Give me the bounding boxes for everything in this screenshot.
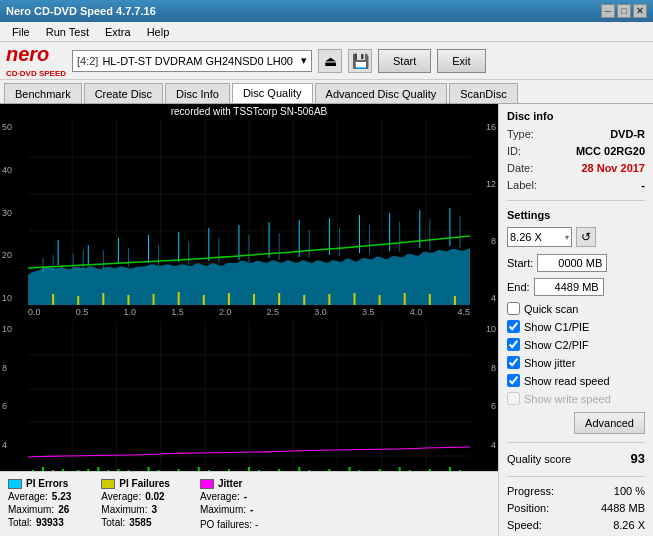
- pi-errors-max-label: Maximum:: [8, 504, 54, 515]
- y-top-10: 10: [2, 293, 26, 303]
- tab-advanced-disc-quality[interactable]: Advanced Disc Quality: [315, 83, 448, 103]
- disc-info-title: Disc info: [507, 110, 645, 122]
- quick-scan-label: Quick scan: [524, 303, 578, 315]
- jitter-title: Jitter: [218, 478, 242, 489]
- x-axis-top: 0.0 0.5 1.0 1.5 2.0 2.5 3.0 3.5 4.0 4.5: [28, 307, 470, 317]
- save-icon[interactable]: 💾: [348, 49, 372, 73]
- y-top-20: 20: [2, 250, 26, 260]
- menu-extra[interactable]: Extra: [97, 24, 139, 40]
- show-c1-pie-checkbox[interactable]: [507, 320, 520, 333]
- label-label: Label:: [507, 179, 537, 191]
- quality-score-label: Quality score: [507, 453, 571, 465]
- position-label: Position:: [507, 502, 549, 514]
- pi-errors-color: [8, 479, 22, 489]
- tab-create-disc[interactable]: Create Disc: [84, 83, 163, 103]
- speed-row: 8.26 X ▾ ↺: [507, 227, 645, 247]
- divider-1: [507, 200, 645, 201]
- x-top-25: 2.5: [267, 307, 280, 317]
- y-top-r-16: 16: [472, 122, 496, 132]
- start-mb-label: Start:: [507, 257, 533, 269]
- toolbar: nero CD·DVD SPEED [4:2] HL-DT-ST DVDRAM …: [0, 42, 653, 80]
- tab-scan-disc[interactable]: ScanDisc: [449, 83, 517, 103]
- label-row: Label: -: [507, 179, 645, 191]
- speed-stat-row: Speed: 8.26 X: [507, 519, 645, 531]
- x-top-35: 3.5: [362, 307, 375, 317]
- y-top-30: 30: [2, 208, 26, 218]
- x-top-30: 3.0: [314, 307, 327, 317]
- quick-scan-checkbox[interactable]: [507, 302, 520, 315]
- exit-button[interactable]: Exit: [437, 49, 485, 73]
- menu-file[interactable]: File: [4, 24, 38, 40]
- minimize-button[interactable]: ─: [601, 4, 615, 18]
- end-mb-input[interactable]: [534, 278, 604, 296]
- title-bar: Nero CD-DVD Speed 4.7.7.16 ─ □ ✕: [0, 0, 653, 22]
- show-jitter-checkbox[interactable]: [507, 356, 520, 369]
- main-content: recorded with TSSTcorp SN-506AB 50 40 30…: [0, 104, 653, 536]
- eject-icon[interactable]: ⏏: [318, 49, 342, 73]
- pi-failures-max-label: Maximum:: [101, 504, 147, 515]
- start-mb-input[interactable]: [537, 254, 607, 272]
- pi-failures-avg-label: Average:: [101, 491, 141, 502]
- pi-failures-total-label: Total:: [101, 517, 125, 528]
- tab-benchmark[interactable]: Benchmark: [4, 83, 82, 103]
- y-axis-bottom-left: 10 8 6 4 2: [0, 322, 28, 490]
- y-bot-r-10: 10: [472, 324, 496, 334]
- end-mb-label: End:: [507, 281, 530, 293]
- y-top-r-12: 12: [472, 179, 496, 189]
- pi-errors-avg-label: Average:: [8, 491, 48, 502]
- id-row: ID: MCC 02RG20: [507, 145, 645, 157]
- y-axis-top-left: 50 40 30 20 10: [0, 120, 28, 305]
- tab-disc-info[interactable]: Disc Info: [165, 83, 230, 103]
- menu-help[interactable]: Help: [139, 24, 178, 40]
- x-top-10: 1.0: [123, 307, 136, 317]
- po-failures-value: -: [255, 519, 258, 530]
- show-jitter-label: Show jitter: [524, 357, 575, 369]
- date-label: Date:: [507, 162, 533, 174]
- chart-container: recorded with TSSTcorp SN-506AB 50 40 30…: [0, 104, 498, 536]
- y-bot-r-4: 4: [472, 440, 496, 450]
- id-label: ID:: [507, 145, 521, 157]
- drive-selector[interactable]: [4:2] HL-DT-ST DVDRAM GH24NSD0 LH00 ▾: [72, 50, 312, 72]
- pi-errors-legend: PI Errors Average: 5.23 Maximum: 26 Tota…: [8, 478, 71, 528]
- menu-bar: File Run Test Extra Help: [0, 22, 653, 42]
- title-text: Nero CD-DVD Speed 4.7.7.16: [6, 5, 156, 17]
- show-read-speed-checkbox[interactable]: [507, 374, 520, 387]
- x-top-20: 2.0: [219, 307, 232, 317]
- position-row: Position: 4488 MB: [507, 502, 645, 514]
- speed-dropdown-arrow: ▾: [565, 233, 569, 242]
- start-button[interactable]: Start: [378, 49, 431, 73]
- close-button[interactable]: ✕: [633, 4, 647, 18]
- show-c2-pif-row: Show C2/PIF: [507, 338, 645, 351]
- progress-row: Progress: 100 %: [507, 485, 645, 497]
- refresh-button[interactable]: ↺: [576, 227, 596, 247]
- show-write-speed-checkbox[interactable]: [507, 392, 520, 405]
- jitter-max-value: -: [250, 504, 253, 515]
- maximize-button[interactable]: □: [617, 4, 631, 18]
- y-axis-top-right: 16 12 8 4: [470, 120, 498, 305]
- y-axis-bottom-right: 10 8 6 4 2: [470, 322, 498, 490]
- type-label: Type:: [507, 128, 534, 140]
- show-write-speed-label: Show write speed: [524, 393, 611, 405]
- top-chart-svg: [28, 120, 470, 305]
- pi-errors-avg-value: 5.23: [52, 491, 71, 502]
- menu-run-test[interactable]: Run Test: [38, 24, 97, 40]
- settings-title: Settings: [507, 209, 645, 221]
- pi-failures-legend: PI Failures Average: 0.02 Maximum: 3 Tot…: [101, 478, 170, 528]
- po-failures-label: PO failures:: [200, 519, 252, 530]
- x-top-15: 1.5: [171, 307, 184, 317]
- show-c2-pif-checkbox[interactable]: [507, 338, 520, 351]
- tab-disc-quality[interactable]: Disc Quality: [232, 83, 313, 103]
- title-bar-buttons: ─ □ ✕: [601, 4, 647, 18]
- divider-2: [507, 442, 645, 443]
- pi-failures-title: PI Failures: [119, 478, 170, 489]
- jitter-legend: Jitter Average: - Maximum: - PO failures…: [200, 478, 258, 530]
- y-bot-4: 4: [2, 440, 26, 450]
- show-c1-pie-row: Show C1/PIE: [507, 320, 645, 333]
- speed-selector[interactable]: 8.26 X ▾: [507, 227, 572, 247]
- quality-score-value: 93: [631, 451, 645, 466]
- x-top-40: 4.0: [410, 307, 423, 317]
- y-bot-r-8: 8: [472, 363, 496, 373]
- recorded-label: recorded with TSSTcorp SN-506AB: [171, 106, 328, 117]
- advanced-button[interactable]: Advanced: [574, 412, 645, 434]
- speed-value: 8.26 X: [510, 231, 542, 243]
